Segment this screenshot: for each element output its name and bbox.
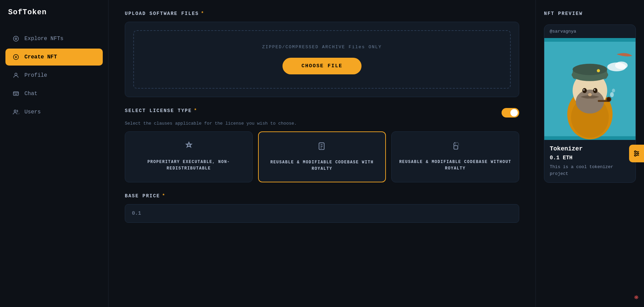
license-subtitle: Select the clauses applicable for the li… xyxy=(125,121,297,126)
sidebar-nav: Explore NFTsCreate NFTProfileChatUsers xyxy=(0,30,108,121)
sidebar-item-explore-nfts[interactable]: Explore NFTs xyxy=(5,30,103,47)
choose-file-button[interactable]: CHOOSE FILE xyxy=(282,58,362,74)
svg-point-40 xyxy=(635,151,636,152)
svg-point-1 xyxy=(15,38,17,40)
svg-point-41 xyxy=(637,153,639,155)
nft-card-name: Tokenizer xyxy=(550,145,630,152)
base-price-title: BASE PRICE * xyxy=(125,193,519,199)
license-card-reusable-no-royalty[interactable]: REUSABLE & MODIFIABLE CODEBASE WITHOUT R… xyxy=(391,131,519,182)
sidebar-item-profile[interactable]: Profile xyxy=(5,67,103,84)
svg-point-35 xyxy=(610,92,614,97)
create-nft-icon xyxy=(12,53,20,61)
nft-card-price: 0.1 ETH xyxy=(550,155,630,161)
sidebar-item-create-nft[interactable]: Create NFT xyxy=(5,49,103,66)
svg-point-27 xyxy=(582,88,587,93)
nft-preview-panel: NFT PREVIEW @sarvagnya xyxy=(535,0,644,307)
svg-point-24 xyxy=(572,64,607,75)
base-price-section: BASE PRICE * xyxy=(125,193,519,223)
license-header-left: SELECT LICENSE TYPE * Select the clauses… xyxy=(125,108,297,126)
nft-card-desc: This is a cool tokenizer project xyxy=(550,164,630,177)
license-card-label-reusable-royalty: REUSABLE & MODIFIABLE CODEBASE WITH ROYA… xyxy=(266,159,378,172)
license-section-title: SELECT LICENSE TYPE * xyxy=(125,108,297,113)
nft-card-image xyxy=(544,38,636,140)
base-price-input[interactable] xyxy=(125,204,519,223)
upload-section: UPLOAD SOFTWARE FILES * ZIPPED/COMPRESSE… xyxy=(125,11,519,97)
svg-point-30 xyxy=(594,89,596,91)
license-cards: PROPERITARY EXECUTABLE, NON-REDISTRIBUTA… xyxy=(125,131,519,182)
svg-point-42 xyxy=(635,155,636,156)
license-card-label-proprietary: PROPERITARY EXECUTABLE, NON-REDISTRIBUTA… xyxy=(132,159,246,172)
sidebar: SofToken Explore NFTsCreate NFTProfileCh… xyxy=(0,0,109,307)
upload-section-title: UPLOAD SOFTWARE FILES * xyxy=(125,11,519,16)
nft-card: @sarvagnya xyxy=(544,24,636,183)
users-icon xyxy=(12,108,20,116)
license-card-label-reusable-no-royalty: REUSABLE & MODIFIABLE CODEBASE WITHOUT R… xyxy=(398,159,512,172)
floating-settings-button[interactable] xyxy=(629,145,644,162)
svg-point-28 xyxy=(593,88,598,93)
profile-icon xyxy=(12,72,20,79)
sidebar-item-users[interactable]: Users xyxy=(5,104,103,121)
sidebar-label-explore-nfts: Explore NFTs xyxy=(24,36,63,42)
svg-point-0 xyxy=(14,36,19,41)
sidebar-item-chat[interactable]: Chat xyxy=(5,85,103,102)
explore-nfts-icon xyxy=(12,35,20,42)
svg-point-36 xyxy=(612,89,615,92)
svg-point-25 xyxy=(597,69,600,72)
upload-area: ZIPPED/COMPRESSED ARCHIVE Files ONLY CHO… xyxy=(125,22,519,97)
sidebar-label-create-nft: Create NFT xyxy=(24,54,57,60)
license-card-icon-reusable-royalty xyxy=(317,142,327,154)
license-card-icon-proprietary xyxy=(184,141,194,154)
upload-dropzone[interactable]: ZIPPED/COMPRESSED ARCHIVE Files ONLY CHO… xyxy=(133,30,511,89)
nft-card-username: @sarvagnya xyxy=(544,25,636,38)
svg-point-5 xyxy=(15,73,17,75)
svg-point-18 xyxy=(615,61,628,69)
svg-rect-15 xyxy=(454,146,458,149)
bottom-right-icon: ❋ xyxy=(634,292,639,302)
svg-point-29 xyxy=(583,89,585,91)
license-card-icon-reusable-no-royalty xyxy=(451,141,460,154)
license-card-reusable-royalty[interactable]: REUSABLE & MODIFIABLE CODEBASE WITH ROYA… xyxy=(258,131,386,182)
nft-preview-title: NFT PREVIEW xyxy=(544,11,636,16)
upload-hint: ZIPPED/COMPRESSED ARCHIVE Files ONLY xyxy=(262,44,382,50)
svg-point-9 xyxy=(14,110,16,112)
chat-icon xyxy=(12,90,20,97)
svg-point-31 xyxy=(588,93,592,96)
sidebar-label-profile: Profile xyxy=(24,72,47,78)
nft-card-info: Tokenizer 0.1 ETH This is a cool tokeniz… xyxy=(544,140,636,182)
toggle-thumb xyxy=(510,109,518,116)
svg-point-34 xyxy=(607,98,610,101)
main-content: UPLOAD SOFTWARE FILES * ZIPPED/COMPRESSE… xyxy=(109,0,535,307)
license-toggle[interactable] xyxy=(502,108,519,118)
license-header: SELECT LICENSE TYPE * Select the clauses… xyxy=(125,108,519,126)
toggle-track xyxy=(502,108,519,118)
sidebar-label-users: Users xyxy=(24,109,41,115)
sidebar-label-chat: Chat xyxy=(24,91,37,97)
svg-rect-6 xyxy=(14,92,19,95)
app-logo: SofToken xyxy=(0,8,108,30)
license-section: SELECT LICENSE TYPE * Select the clauses… xyxy=(125,108,519,182)
license-card-proprietary[interactable]: PROPERITARY EXECUTABLE, NON-REDISTRIBUTA… xyxy=(125,131,253,182)
